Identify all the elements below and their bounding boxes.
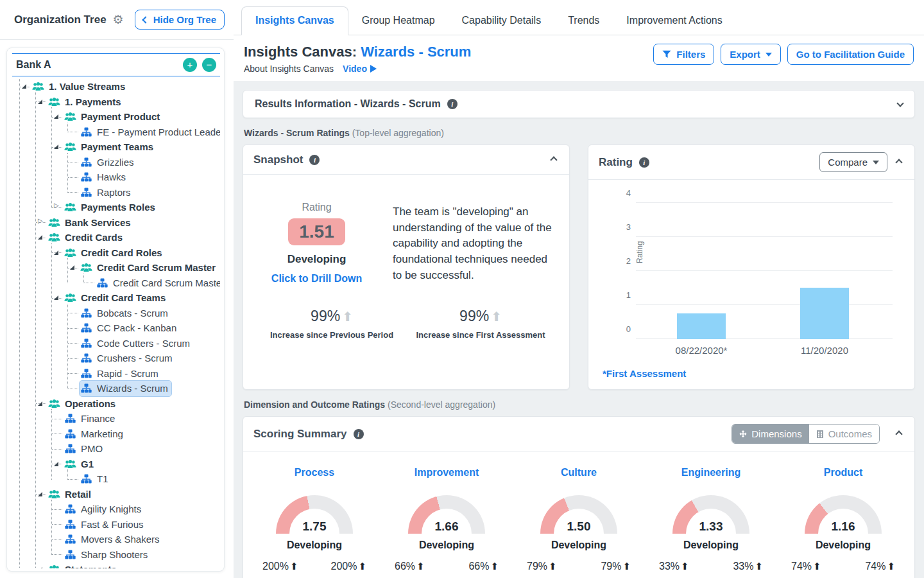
compare-button[interactable]: Compare [819,152,887,172]
tree-node-1-payments[interactable]: 1. Payments [47,94,124,110]
gauge-change-prev: 33% [659,561,689,572]
export-button[interactable]: Export [721,44,781,65]
tab-group-heatmap[interactable]: Group Heatmap [348,7,449,35]
rating-collapse-button[interactable] [894,155,904,170]
tree-node-fe-payment-product-leaders[interactable]: FE - Payment Product Leaders [80,125,220,140]
tree-node-payment-teams[interactable]: Payment Teams [64,139,157,155]
collapse-all-button[interactable] [202,58,216,72]
tree-node-g1[interactable]: G1 [64,457,97,472]
tree-node-pmo[interactable]: PMO [64,441,106,457]
expand-toggle-icon[interactable]: ▷ [54,202,59,209]
tree-node-label: Credit Cards [65,232,123,243]
filters-button[interactable]: Filters [653,44,714,65]
collapse-toggle-icon[interactable] [22,84,26,89]
tree-node-statements[interactable]: Statements [47,562,120,568]
tree-root-row[interactable]: Bank A [12,53,220,76]
scoring-collapse-button[interactable] [894,426,904,441]
tree-node-bank-services[interactable]: ▷Bank Services [47,215,134,231]
gauge-value: 1.66 [408,520,485,534]
expand-toggle-icon[interactable]: ▷ [38,218,43,224]
collapse-toggle-icon[interactable] [54,250,58,255]
filters-label: Filters [676,49,705,60]
tree-node-crushers-scrum[interactable]: Crushers - Scrum [80,351,176,366]
team-icon [80,474,92,484]
top-section-note: (Top-level aggregation) [352,128,444,138]
tree-node-credit-card-scrum-master[interactable]: Credit Card Scrum Master [96,276,220,291]
team-icon [80,172,92,182]
tree-node-retail[interactable]: Retail [47,487,94,502]
collapse-toggle-icon[interactable] [38,235,42,240]
tree-node-label: Credit Card Roles [81,247,162,258]
gridline [636,270,893,271]
dimension-name[interactable]: Improvement [381,467,513,478]
dimension-name[interactable]: Culture [513,467,645,478]
collapse-toggle-icon[interactable] [54,462,58,466]
facilitation-guide-button[interactable]: Go to Facilitation Guide [787,44,914,65]
tree-node-credit-card-scrum-master[interactable]: Credit Card Scrum Master [80,260,219,276]
tree-node-operations[interactable]: Operations [47,396,119,412]
tree-node-rapid-scrum[interactable]: Rapid - Scrum [80,366,162,381]
tree-node-cc-pack-kanban[interactable]: CC Pack - Kanban [80,320,180,336]
outcomes-label: Outcomes [828,428,872,439]
tree-node-raptors[interactable]: Raptors [80,185,134,200]
app: Organization Tree ⚙ Hide Org Tree Bank A… [0,0,924,578]
collapse-toggle-icon[interactable] [54,144,58,149]
dimension-name[interactable]: Product [777,467,909,478]
collapse-toggle-icon[interactable] [70,265,74,270]
tree-node-label: Fast & Furious [81,519,144,530]
tree-node-payments-roles[interactable]: ▷Payments Roles [64,200,158,215]
collapse-toggle-icon[interactable] [38,401,42,406]
tree-node-grizzlies[interactable]: Grizzlies [80,155,137,170]
tree-node-t1[interactable]: T1 [80,471,112,487]
tree-node-sharp-shooters[interactable]: Sharp Shooters [64,547,151,563]
collapse-toggle-icon[interactable] [54,295,58,300]
tree-node-credit-card-teams[interactable]: Credit Card Teams [64,290,169,306]
tree-node-label: Payment Teams [81,141,153,152]
group-icon [64,248,76,258]
rating-header: Rating Compare [588,145,914,180]
tree-node-marketing[interactable]: Marketing [64,426,126,442]
dimension-name[interactable]: Engineering [645,467,777,478]
tree-node-agility-knights[interactable]: Agility Knights [64,502,144,517]
results-information-card[interactable]: Results Information - Wizards - Scrum [243,90,915,118]
info-icon[interactable] [447,99,458,109]
gear-icon[interactable]: ⚙ [113,13,124,26]
collapse-toggle-icon[interactable] [38,567,42,568]
tree-node-movers-shakers[interactable]: Movers & Shakers [64,532,163,547]
tree-node-credit-card-roles[interactable]: Credit Card Roles [64,245,166,261]
tab-improvement-actions[interactable]: Improvement Actions [613,7,735,35]
first-assessment-link[interactable]: *First Assessment [603,368,686,379]
toggle-dimensions-button[interactable]: Dimensions [732,425,809,443]
tab-insights-canvas[interactable]: Insights Canvas [241,6,348,35]
collapse-toggle-icon[interactable] [38,100,42,104]
drill-down-link[interactable]: Click to Drill Down [257,273,376,285]
tree-node-fast-furious[interactable]: Fast & Furious [64,517,147,532]
about-link[interactable]: About Insights Canvas [244,64,334,74]
info-icon[interactable] [309,155,320,165]
tab-capability-details[interactable]: Capability Details [449,7,555,35]
bar-08-22-2020[interactable] [677,313,726,339]
hide-org-tree-button[interactable]: Hide Org Tree [135,10,225,30]
video-link[interactable]: Video [343,64,377,74]
bar-11-20-2020[interactable] [800,288,849,339]
dimension-name[interactable]: Process [248,467,381,478]
expand-all-button[interactable] [183,58,197,72]
tree-node-1-value-streams[interactable]: 1. Value Streams [31,79,128,94]
tab-trends[interactable]: Trends [554,7,613,35]
tree-node-bobcats-scrum[interactable]: Bobcats - Scrum [80,306,171,321]
toggle-outcomes-button[interactable]: Outcomes [809,425,879,443]
collapse-toggle-icon[interactable] [54,114,58,119]
tree-node-credit-cards[interactable]: Credit Cards [47,230,126,245]
tree-node-finance[interactable]: Finance [64,411,118,426]
tree-node-hawks[interactable]: Hawks [80,170,129,185]
info-icon[interactable] [354,429,364,439]
snapshot-collapse-button[interactable] [549,152,559,167]
collapse-toggle-icon[interactable] [38,492,42,496]
chevron-down-icon[interactable] [896,100,903,107]
gauge-change-prev: 200% [262,561,298,572]
info-icon[interactable] [639,157,649,168]
tree-node-code-cutters-scrum[interactable]: Code Cutters - Scrum [80,336,193,351]
tree-node-payment-product[interactable]: Payment Product [64,109,163,125]
group-icon [48,232,60,242]
tree-node-wizards-scrum[interactable]: Wizards - Scrum [80,381,171,396]
